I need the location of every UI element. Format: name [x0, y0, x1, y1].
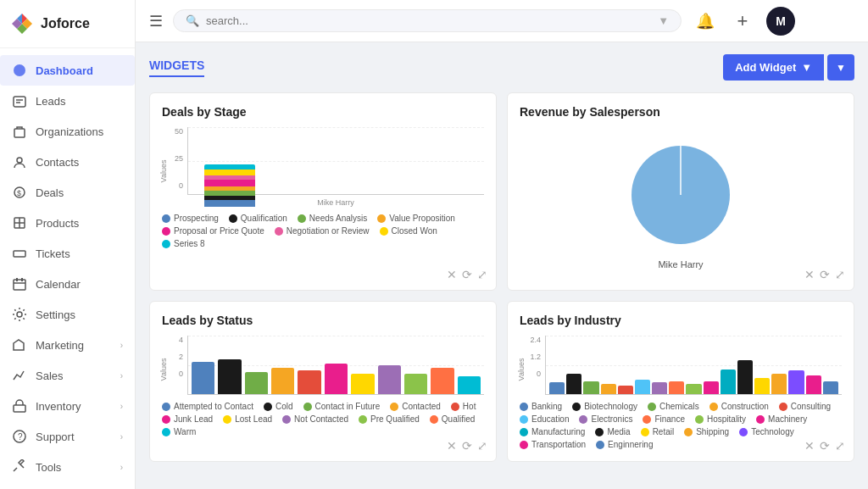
status-bar [271, 368, 294, 394]
legend-item: Enginnering [596, 440, 653, 449]
sidebar-item-sales[interactable]: Sales › [0, 360, 135, 391]
industry-close-icon[interactable]: ✕ [804, 439, 815, 453]
avatar[interactable]: M [766, 7, 795, 36]
industry-bar [549, 382, 565, 394]
pie-chart [621, 136, 740, 254]
add-widget-down-button[interactable]: ▼ [827, 54, 854, 81]
search-input[interactable] [206, 14, 651, 27]
deals-actions: ✕ ⟳ ⤢ [447, 268, 487, 281]
nav-arrow-icon: › [120, 341, 123, 350]
legend-item: Banking [520, 402, 562, 411]
add-widget-arrow-icon: ▼ [801, 61, 812, 74]
search-filter-icon[interactable]: ▼ [658, 14, 669, 27]
sidebar-label-products: Products [36, 217, 123, 230]
status-bar [431, 368, 453, 394]
inventory-icon [12, 398, 27, 414]
add-widget-button[interactable]: Add Widget ▼ [723, 54, 824, 81]
status-actions: ✕ ⟳ ⤢ [447, 439, 487, 453]
revenue-close-icon[interactable]: ✕ [804, 268, 815, 281]
legend-item: Technology [739, 427, 794, 436]
industry-bar [601, 384, 616, 394]
revenue-expand-icon[interactable]: ⤢ [835, 268, 845, 281]
revenue-refresh-icon[interactable]: ⟳ [820, 268, 830, 281]
sidebar: Joforce Dashboard Leads Organizations Co… [0, 0, 136, 489]
industry-bar [704, 381, 719, 394]
legend-item: Pre Qualified [359, 414, 420, 424]
app-name: Joforce [41, 16, 90, 31]
sidebar-item-organizations[interactable]: Organizations [0, 116, 135, 147]
notification-icon[interactable]: 🔔 [692, 8, 719, 35]
legend-item: Not Contacted [282, 414, 348, 424]
sidebar-item-leads[interactable]: Leads [0, 86, 135, 116]
pie-chart-container: Mike Harry [520, 127, 842, 278]
widget-title-leads-status: Leads by Status [162, 314, 484, 327]
content-area: WIDGETS Add Widget ▼ ▼ Deals by Stage 50… [136, 42, 868, 489]
industry-refresh-icon[interactable]: ⟳ [820, 439, 830, 453]
sidebar-item-contacts[interactable]: Contacts [0, 147, 135, 177]
svg-rect-21 [14, 405, 25, 412]
status-bar [218, 359, 241, 394]
products-icon [12, 215, 27, 231]
legend-item: Chemicals [648, 402, 699, 411]
legend-item: Shipping [684, 427, 729, 436]
status-bar [298, 370, 320, 394]
calendar-icon [12, 276, 27, 292]
legend-item: Biotechnology [572, 402, 637, 411]
leads-icon [12, 93, 27, 108]
organizations-icon [12, 124, 27, 139]
legend-item: Education [520, 414, 569, 424]
legend-item: Contacted [390, 402, 441, 411]
sidebar-label-leads: Leads [36, 95, 123, 108]
legend-item: Retail [641, 427, 675, 436]
legend-item: Series 8 [162, 239, 205, 248]
legend-item: Cold [264, 402, 293, 411]
sidebar-label-settings: Settings [36, 308, 123, 321]
tools-icon [12, 459, 27, 475]
industry-bar [635, 380, 650, 394]
status-refresh-icon[interactable]: ⟳ [462, 439, 472, 453]
legend-item: Qualification [229, 214, 287, 223]
sidebar-item-tickets[interactable]: Tickets [0, 238, 135, 269]
industry-actions: ✕ ⟳ ⤢ [804, 439, 845, 453]
status-bar [192, 362, 214, 394]
status-bar [378, 365, 401, 395]
sidebar-item-calendar[interactable]: Calendar [0, 269, 135, 299]
contacts-icon [12, 154, 27, 169]
sidebar-item-support[interactable]: ? Support › [0, 421, 135, 452]
widgets-header: WIDGETS Add Widget ▼ ▼ [149, 54, 854, 81]
svg-text:$: $ [17, 189, 21, 197]
sidebar-item-settings[interactable]: Settings [0, 299, 135, 330]
status-bar [351, 374, 374, 394]
industry-expand-icon[interactable]: ⤢ [835, 439, 845, 453]
deals-expand-icon[interactable]: ⤢ [477, 268, 487, 281]
sidebar-item-dashboard[interactable]: Dashboard [0, 55, 135, 86]
sidebar-item-inventory[interactable]: Inventory › [0, 391, 135, 421]
sidebar-item-products[interactable]: Products [0, 208, 135, 238]
header-icons: 🔔 + M [692, 7, 795, 36]
pie-label: Mike Harry [658, 259, 703, 270]
svg-point-10 [17, 158, 22, 163]
hamburger-icon[interactable]: ☰ [149, 12, 163, 31]
deals-refresh-icon[interactable]: ⟳ [462, 268, 472, 281]
industry-bar [618, 386, 633, 394]
status-expand-icon[interactable]: ⤢ [477, 439, 487, 453]
marketing-icon [12, 337, 27, 353]
logo-area[interactable]: Joforce [0, 0, 135, 48]
deals-close-icon[interactable]: ✕ [447, 268, 457, 281]
search-bar: 🔍 ▼ [173, 9, 682, 32]
sidebar-item-deals[interactable]: $ Deals [0, 177, 135, 208]
search-icon: 🔍 [186, 14, 199, 27]
sidebar-label-sales: Sales [36, 370, 112, 382]
sidebar-label-tickets: Tickets [36, 247, 123, 260]
sidebar-item-tools[interactable]: Tools › [0, 452, 135, 482]
sidebar-item-marketing[interactable]: Marketing › [0, 330, 135, 360]
legend-item: Contact in Future [303, 402, 381, 411]
industry-bar [754, 378, 770, 394]
svg-point-20 [17, 312, 22, 317]
widget-leads-by-status: Leads by Status 4 2 0 Values [149, 301, 497, 462]
status-close-icon[interactable]: ✕ [447, 439, 457, 453]
sales-icon [12, 368, 27, 383]
status-legend: Attempted to ContactColdContact in Futur… [162, 402, 484, 436]
add-icon[interactable]: + [729, 8, 756, 35]
revenue-actions: ✕ ⟳ ⤢ [804, 268, 845, 281]
